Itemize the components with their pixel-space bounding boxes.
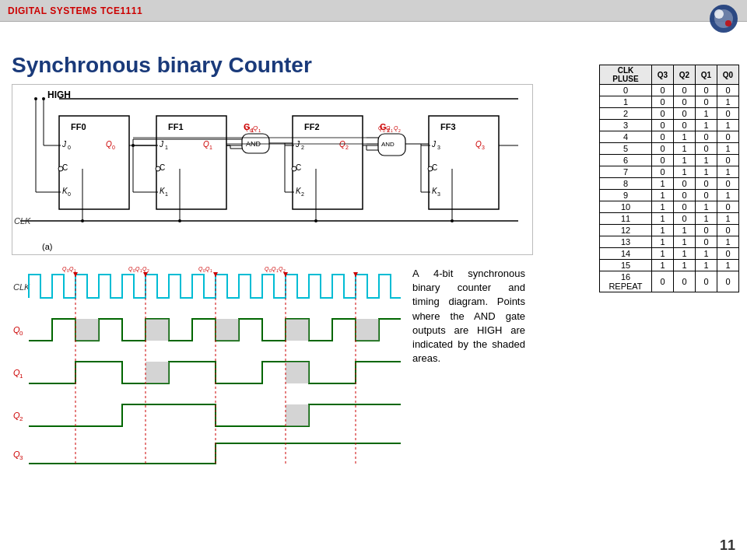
table-cell: 5 — [600, 143, 652, 155]
svg-point-73 — [292, 166, 296, 171]
table-cell: 0 — [652, 120, 674, 131]
table-row: 60110 — [600, 155, 739, 166]
table-cell: 0 — [696, 190, 717, 201]
svg-point-41 — [156, 166, 160, 171]
table-cell: 0 — [674, 213, 696, 225]
table-cell: 0 — [674, 201, 696, 213]
table-cell: 1 — [696, 155, 717, 166]
table-cell: 11 — [600, 213, 652, 225]
table-cell: 8 — [600, 178, 652, 190]
truth-table: CLKPLUSE Q3 Q2 Q1 Q0 0000010001200103001… — [599, 65, 739, 292]
slide-title: Synchronous binary Counter — [12, 53, 584, 78]
table-row: 20010 — [600, 108, 739, 120]
table-cell: 0 — [652, 166, 674, 178]
table-cell: 1 — [696, 213, 717, 225]
svg-text:2: 2 — [19, 415, 23, 422]
table-cell: 0 — [652, 271, 674, 292]
table-cell: 1 — [717, 96, 739, 108]
svg-text:2: 2 — [301, 191, 304, 197]
table-row: 131101 — [600, 236, 739, 248]
svg-text:0: 0 — [19, 330, 23, 337]
table-cell: 0 — [674, 271, 696, 292]
timing-diagram: CLK Q 0 Q 1 Q 2 Q 3 — [12, 263, 409, 465]
table-cell: 0 — [674, 178, 696, 190]
table-cell: 0 — [696, 85, 717, 96]
table-cell: 0 — [696, 96, 717, 108]
table-cell: 0 — [717, 201, 739, 213]
table-cell: 4 — [600, 131, 652, 143]
table-cell: 0 — [652, 131, 674, 143]
table-cell: 1 — [652, 190, 674, 201]
table-cell: 0 — [696, 271, 717, 292]
timing-description: A 4-bit synchronous binary counter and t… — [409, 263, 529, 465]
table-cell: 1 — [674, 260, 696, 271]
table-cell: 0 — [696, 225, 717, 236]
header: DIGITAL SYSTEMS TCE1111 — [0, 0, 747, 22]
table-cell: 1 — [674, 248, 696, 260]
svg-text:1: 1 — [209, 145, 212, 150]
svg-text:0: 0 — [68, 145, 71, 150]
table-cell: 12 — [600, 225, 652, 236]
svg-text:1: 1 — [165, 191, 168, 197]
table-cell: 1 — [717, 260, 739, 271]
circuit-diagram: HIGH CLK FF0 J 0 C K 0 Q — [12, 84, 533, 255]
table-cell: 0 — [717, 108, 739, 120]
svg-text:2: 2 — [345, 145, 349, 150]
table-cell: 0 — [674, 190, 696, 201]
col-header-q1: Q1 — [696, 65, 717, 85]
table-cell: 1 — [717, 213, 739, 225]
table-cell: 3 — [600, 120, 652, 131]
svg-point-107 — [428, 166, 433, 171]
table-cell: 0 — [674, 120, 696, 131]
table-cell: 1 — [717, 143, 739, 155]
table-cell: 1 — [674, 166, 696, 178]
description-text: A 4-bit synchronous binary counter and t… — [412, 268, 525, 364]
svg-point-18 — [42, 97, 45, 100]
table-cell: 0 — [717, 131, 739, 143]
circuit-svg: CLK FF0 J 0 C K 0 Q 0 — [12, 85, 534, 252]
table-cell: 0 — [696, 236, 717, 248]
svg-text:FF0: FF0 — [71, 122, 86, 131]
table-cell: 10 — [600, 201, 652, 213]
table-cell: 0 — [600, 85, 652, 96]
svg-text:1: 1 — [258, 128, 261, 133]
svg-point-2 — [714, 9, 724, 19]
svg-point-21 — [34, 97, 37, 100]
table-cell: 0 — [717, 248, 739, 260]
svg-text:3: 3 — [482, 145, 485, 150]
main-content: Synchronous binary Counter HIGH CLK FF0 … — [0, 22, 747, 560]
table-cell: 1 — [674, 225, 696, 236]
table-cell: 16 REPEAT — [600, 271, 652, 292]
svg-text:3: 3 — [19, 454, 23, 461]
svg-text:1: 1 — [391, 128, 393, 133]
table-cell: 0 — [674, 96, 696, 108]
table-cell: 0 — [652, 108, 674, 120]
table-cell: 0 — [652, 143, 674, 155]
table-cell: 15 — [600, 260, 652, 271]
svg-rect-123 — [146, 362, 169, 383]
table-cell: 1 — [696, 248, 717, 260]
table-row: 00000 — [600, 85, 739, 96]
table-cell: 1 — [652, 260, 674, 271]
svg-text:0: 0 — [383, 128, 385, 133]
label-a: (a) — [42, 242, 52, 251]
table-row: 101010 — [600, 201, 739, 213]
svg-point-24 — [58, 166, 63, 171]
table-cell: 1 — [696, 108, 717, 120]
table-row: 91001 — [600, 190, 739, 201]
table-cell: 1 — [674, 143, 696, 155]
table-cell: 0 — [674, 85, 696, 96]
svg-rect-120 — [216, 319, 239, 341]
table-cell: 1 — [652, 225, 674, 236]
timing-svg: CLK Q 0 Q 1 Q 2 Q 3 — [12, 263, 409, 465]
timing-diagram-area: CLK Q 0 Q 1 Q 2 Q 3 — [12, 263, 533, 465]
svg-text:3: 3 — [437, 191, 440, 197]
svg-text:Q: Q — [475, 140, 482, 149]
table-cell: 1 — [652, 201, 674, 213]
svg-rect-124 — [286, 362, 309, 383]
svg-text:2: 2 — [398, 128, 401, 133]
table-cell: 1 — [717, 236, 739, 248]
table-cell: 0 — [652, 85, 674, 96]
table-row: 10001 — [600, 96, 739, 108]
svg-text:Q: Q — [244, 124, 249, 131]
